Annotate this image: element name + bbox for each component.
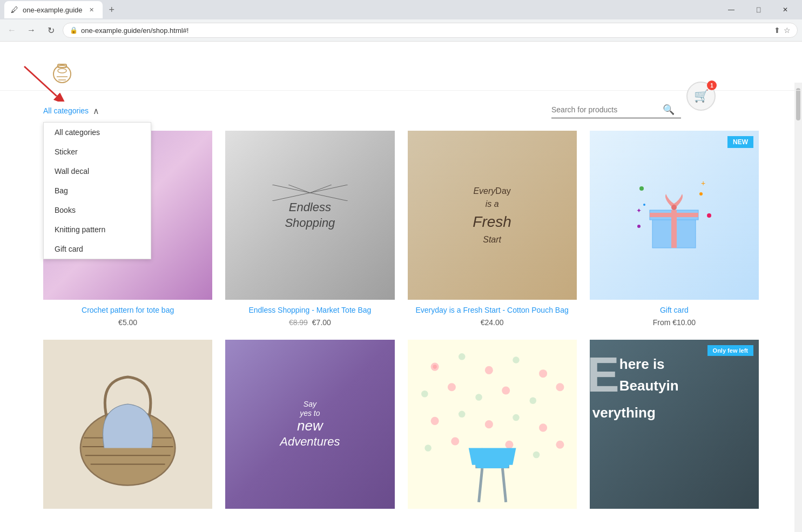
svg-point-55 — [513, 414, 520, 421]
dropdown-item-knitting[interactable]: Knitting pattern — [44, 220, 151, 239]
svg-point-61 — [533, 452, 540, 459]
address-icons: ⬆ ☆ — [774, 26, 791, 35]
svg-point-22 — [707, 213, 711, 218]
product-card-giftcard[interactable]: NEW + ✦ — [590, 131, 759, 327]
svg-point-62 — [556, 441, 564, 449]
svg-point-46 — [421, 390, 428, 398]
search-icon: 🔍 — [663, 104, 675, 116]
svg-point-60 — [505, 441, 513, 449]
adventures-image-bg: Say yes to new Adventures — [225, 340, 394, 509]
dropdown-item-books[interactable]: Books — [44, 200, 151, 220]
search-area[interactable]: 🔍 — [551, 104, 681, 118]
product-card-adventures[interactable]: Say yes to new Adventures — [225, 340, 394, 509]
share-icon: ⬆ — [774, 26, 780, 35]
giftcard-image-bg: NEW + ✦ — [590, 131, 759, 300]
cart-badge: 1 — [707, 80, 717, 90]
beauty-text-there: here is — [619, 356, 665, 373]
category-dropdown[interactable]: All categories ∧ All categories Sticker … — [43, 103, 99, 119]
dropdown-item-sticker[interactable]: Sticker — [44, 142, 151, 161]
lock-icon: 🔒 — [70, 26, 78, 34]
adventures-text: Say yes to new Adventures — [280, 400, 340, 449]
search-input[interactable] — [551, 105, 659, 114]
flowers-image-bg — [408, 340, 577, 509]
beauty-text-everything: verything — [592, 405, 656, 421]
active-tab[interactable]: 🖊 one-example.guide ✕ — [4, 1, 103, 18]
new-tab-button[interactable]: + — [105, 4, 119, 16]
product-price-crochet: €5.00 — [118, 318, 137, 327]
tab-bar: 🖊 one-example.guide ✕ + — ⎕ ✕ — [0, 0, 802, 19]
browser-chrome: 🖊 one-example.guide ✕ + — ⎕ ✕ ← → ↻ 🔒 on… — [0, 0, 802, 42]
svg-point-49 — [502, 386, 510, 394]
toolbar-row: All categories ∧ All categories Sticker … — [0, 91, 802, 125]
new-badge: NEW — [727, 136, 753, 148]
maximize-button[interactable]: ⎕ — [746, 0, 771, 19]
svg-point-44 — [513, 356, 520, 363]
svg-point-48 — [475, 394, 482, 401]
svg-text:+: + — [701, 179, 705, 187]
bookmark-icon: ☆ — [784, 26, 791, 35]
refresh-button[interactable]: ↻ — [43, 23, 58, 38]
tab-close-button[interactable]: ✕ — [87, 5, 96, 15]
minimize-button[interactable]: — — [719, 0, 744, 19]
product-image-shopping: EndlessShopping — [225, 131, 394, 300]
back-button[interactable]: ← — [4, 23, 19, 38]
flowers-svg — [408, 340, 577, 509]
product-title-shopping: Endless Shopping - Market Tote Bag — [248, 305, 371, 316]
site-logo[interactable] — [43, 47, 81, 85]
svg-point-51 — [556, 383, 564, 391]
shopping-image-bg: EndlessShopping — [225, 131, 394, 300]
window-controls: — ⎕ ✕ — [719, 0, 798, 19]
scrollbar[interactable] — [794, 83, 802, 532]
product-card-beauty[interactable]: Only few left E here is Beautyin verythi… — [590, 340, 759, 509]
product-card-flowers[interactable] — [408, 340, 577, 509]
beauty-text-container: E here is Beautyin verything — [590, 340, 759, 509]
price-value: From €10.00 — [653, 318, 696, 327]
product-price-shopping: €8.99 €7.00 — [289, 318, 331, 327]
product-image-giftcard: NEW + ✦ — [590, 131, 759, 300]
svg-point-31 — [671, 205, 677, 210]
price-value: €5.00 — [118, 318, 137, 327]
close-button[interactable]: ✕ — [773, 0, 798, 19]
dropdown-item-wall-decal[interactable]: Wall decal — [44, 161, 151, 181]
category-dropdown-button[interactable]: All categories ∧ — [43, 103, 99, 119]
beauty-image-bg: Only few left E here is Beautyin verythi… — [590, 340, 759, 509]
product-card-shopping[interactable]: EndlessShopping Endless Shopping - Marke… — [225, 131, 394, 327]
svg-point-53 — [458, 410, 465, 417]
dropdown-item-all[interactable]: All categories — [44, 123, 151, 142]
svg-rect-30 — [650, 213, 698, 217]
svg-point-21 — [699, 192, 703, 196]
price-original: €8.99 — [289, 318, 308, 327]
product-image-fresh: EveryDayis aFreshStart — [408, 131, 577, 300]
basket-image-bg — [43, 340, 212, 509]
url-text: one-example.guide/en/shop.html#! — [81, 26, 771, 35]
cart-button[interactable]: 🛒 1 — [686, 82, 716, 111]
svg-line-18 — [272, 193, 310, 201]
fresh-text: EveryDayis aFreshStart — [473, 185, 511, 246]
dropdown-item-bag[interactable]: Bag — [44, 181, 151, 200]
forward-button[interactable]: → — [24, 23, 39, 38]
price-value: €24.00 — [481, 318, 504, 327]
dropdown-item-giftcard[interactable]: Gift card — [44, 239, 151, 259]
product-card-fresh[interactable]: EveryDayis aFreshStart Everyday is a Fre… — [408, 131, 577, 327]
logo-svg — [43, 47, 81, 85]
tab-favicon: 🖊 — [11, 5, 18, 14]
product-image-beauty: Only few left E here is Beautyin verythi… — [590, 340, 759, 509]
svg-point-43 — [484, 366, 493, 374]
shopping-text: EndlessShopping — [285, 200, 335, 231]
product-title-giftcard: Gift card — [660, 305, 689, 316]
beauty-text-beauty: Beautyin — [619, 378, 679, 394]
product-card-basket[interactable] — [43, 340, 212, 509]
chevron-up-icon: ∧ — [93, 106, 99, 116]
svg-point-4 — [58, 69, 66, 73]
products-grid-row2: Say yes to new Adventures — [43, 340, 759, 509]
svg-point-24 — [643, 204, 645, 206]
giftbox-svg: + ✦ — [631, 172, 717, 259]
product-image-flowers — [408, 340, 577, 509]
cart-container: 🛒 1 — [730, 96, 759, 125]
address-bar[interactable]: 🔒 one-example.guide/en/shop.html#! ⬆ ☆ — [63, 23, 798, 38]
cart-icon: 🛒 — [694, 89, 709, 103]
svg-point-52 — [430, 417, 439, 425]
svg-point-20 — [639, 186, 644, 191]
dropdown-menu: All categories Sticker Wall decal Bag Bo… — [43, 122, 151, 259]
address-bar-row: ← → ↻ 🔒 one-example.guide/en/shop.html#!… — [0, 19, 802, 41]
